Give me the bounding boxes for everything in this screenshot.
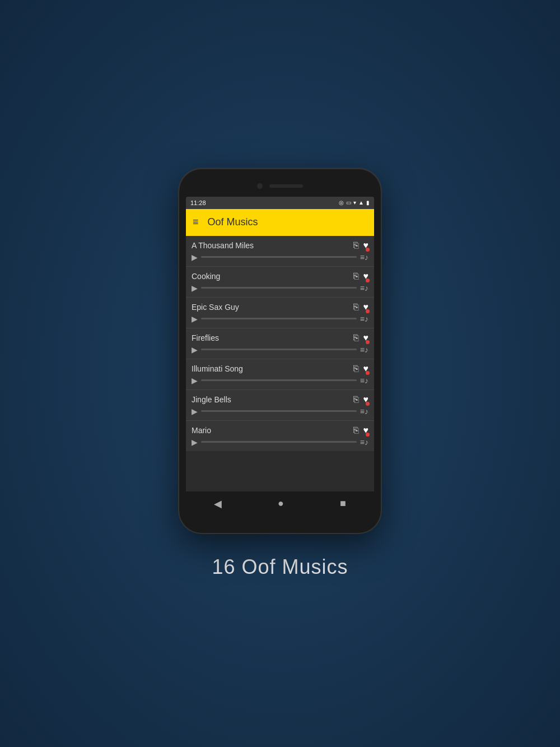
share-icon[interactable]: ⎘ — [353, 425, 359, 435]
song-row-top: Jingle Bells ⎘ ♥ — [186, 390, 374, 406]
list-item: Mario ⎘ ♥ ▶ ≡♪ — [186, 421, 374, 451]
share-icon[interactable]: ⎘ — [353, 333, 359, 343]
favorite-icon[interactable]: ♥ — [363, 333, 369, 343]
wifi-icon: ▾ — [353, 199, 356, 206]
song-row-top: Illuminati Song ⎘ ♥ — [186, 359, 374, 375]
song-actions: ⎘ ♥ — [353, 333, 369, 343]
song-title: Cooking — [192, 272, 353, 281]
song-row-top: Cooking ⎘ ♥ — [186, 267, 374, 282]
list-item: Cooking ⎘ ♥ ▶ ≡♪ — [186, 267, 374, 298]
phone-bottom-bar — [186, 516, 374, 526]
favorite-icon[interactable]: ♥ — [363, 302, 369, 312]
progress-bar[interactable] — [201, 410, 357, 412]
favorite-icon[interactable]: ♥ — [363, 425, 369, 435]
status-time: 11:28 — [190, 199, 206, 206]
song-row-top: Fireflies ⎘ ♥ — [186, 328, 374, 344]
list-item: Illuminati Song ⎘ ♥ ▶ ≡♪ — [186, 359, 374, 390]
status-icons: ◎ ▭ ▾ ▲ ▮ — [339, 199, 370, 206]
queue-icon[interactable]: ≡♪ — [360, 314, 368, 323]
play-button[interactable]: ▶ — [192, 284, 198, 293]
song-row-bottom: ▶ ≡♪ — [186, 375, 374, 389]
progress-bar[interactable] — [201, 287, 357, 289]
page-caption: 16 Oof Musics — [212, 555, 348, 579]
favorite-icon[interactable]: ♥ — [363, 395, 369, 405]
song-row-top: A Thousand Miles ⎘ ♥ — [186, 236, 374, 252]
song-title: Jingle Bells — [192, 395, 353, 404]
menu-button[interactable]: ≡ — [193, 216, 199, 228]
page-background: 11:28 ◎ ▭ ▾ ▲ ▮ ≡ Oof Musics A — [0, 0, 560, 747]
play-button[interactable]: ▶ — [192, 345, 198, 354]
queue-icon[interactable]: ≡♪ — [360, 253, 368, 262]
share-icon[interactable]: ⎘ — [353, 395, 359, 405]
queue-icon[interactable]: ≡♪ — [360, 284, 368, 293]
list-item: A Thousand Miles ⎘ ♥ ▶ ≡♪ — [186, 236, 374, 267]
song-row-bottom: ▶ ≡♪ — [186, 252, 374, 266]
song-title: Epic Sax Guy — [192, 303, 353, 312]
song-row-bottom: ▶ ≡♪ — [186, 406, 374, 420]
song-row-top: Epic Sax Guy ⎘ ♥ — [186, 298, 374, 313]
battery-icon: ▮ — [366, 199, 370, 206]
progress-bar[interactable] — [201, 256, 357, 258]
song-row-top: Mario ⎘ ♥ — [186, 421, 374, 437]
app-title: Oof Musics — [208, 216, 258, 228]
song-title: Illuminati Song — [192, 364, 353, 373]
share-icon[interactable]: ⎘ — [353, 271, 359, 281]
front-camera — [257, 183, 263, 189]
favorite-icon[interactable]: ♥ — [363, 271, 369, 281]
play-button[interactable]: ▶ — [192, 438, 198, 447]
song-title: Fireflies — [192, 333, 353, 342]
song-row-bottom: ▶ ≡♪ — [186, 282, 374, 297]
song-row-bottom: ▶ ≡♪ — [186, 437, 374, 451]
battery-status-icon: ▭ — [346, 199, 351, 206]
song-actions: ⎘ ♥ — [353, 302, 369, 312]
song-title: A Thousand Miles — [192, 241, 353, 250]
play-button[interactable]: ▶ — [192, 376, 198, 385]
play-button[interactable]: ▶ — [192, 314, 198, 323]
signal-icon: ▲ — [358, 199, 364, 206]
song-actions: ⎘ ♥ — [353, 364, 369, 374]
queue-icon[interactable]: ≡♪ — [360, 407, 368, 416]
nav-bar: ◀ ● ■ — [186, 491, 374, 516]
favorite-icon[interactable]: ♥ — [363, 240, 369, 250]
queue-icon[interactable]: ≡♪ — [360, 438, 368, 447]
progress-bar[interactable] — [201, 441, 357, 443]
song-row-bottom: ▶ ≡♪ — [186, 344, 374, 359]
location-icon: ◎ — [339, 199, 344, 206]
phone-top-bar — [186, 175, 374, 197]
recents-button[interactable]: ■ — [340, 498, 346, 509]
song-actions: ⎘ ♥ — [353, 271, 369, 281]
share-icon[interactable]: ⎘ — [353, 364, 359, 374]
favorite-icon[interactable]: ♥ — [363, 364, 369, 374]
progress-bar[interactable] — [201, 318, 357, 319]
song-actions: ⎘ ♥ — [353, 240, 369, 250]
list-item: Jingle Bells ⎘ ♥ ▶ ≡♪ — [186, 390, 374, 421]
list-item: Fireflies ⎘ ♥ ▶ ≡♪ — [186, 328, 374, 359]
queue-icon[interactable]: ≡♪ — [360, 345, 368, 354]
list-item: Epic Sax Guy ⎘ ♥ ▶ ≡♪ — [186, 298, 374, 328]
song-actions: ⎘ ♥ — [353, 425, 369, 435]
phone-device: 11:28 ◎ ▭ ▾ ▲ ▮ ≡ Oof Musics A — [179, 169, 381, 533]
song-actions: ⎘ ♥ — [353, 395, 369, 405]
share-icon[interactable]: ⎘ — [353, 302, 359, 312]
status-bar: 11:28 ◎ ▭ ▾ ▲ ▮ — [186, 197, 374, 209]
progress-bar[interactable] — [201, 349, 357, 350]
share-icon[interactable]: ⎘ — [353, 240, 359, 250]
earpiece-speaker — [269, 184, 303, 188]
play-button[interactable]: ▶ — [192, 253, 198, 262]
song-row-bottom: ▶ ≡♪ — [186, 313, 374, 328]
progress-bar[interactable] — [201, 379, 357, 381]
queue-icon[interactable]: ≡♪ — [360, 376, 368, 385]
phone-screen: 11:28 ◎ ▭ ▾ ▲ ▮ ≡ Oof Musics A — [186, 197, 374, 516]
song-title: Mario — [192, 426, 353, 435]
song-list: A Thousand Miles ⎘ ♥ ▶ ≡♪ Cooking — [186, 236, 374, 491]
back-button[interactable]: ◀ — [214, 498, 222, 510]
home-button[interactable]: ● — [278, 498, 284, 509]
app-bar: ≡ Oof Musics — [186, 209, 374, 236]
play-button[interactable]: ▶ — [192, 407, 198, 416]
